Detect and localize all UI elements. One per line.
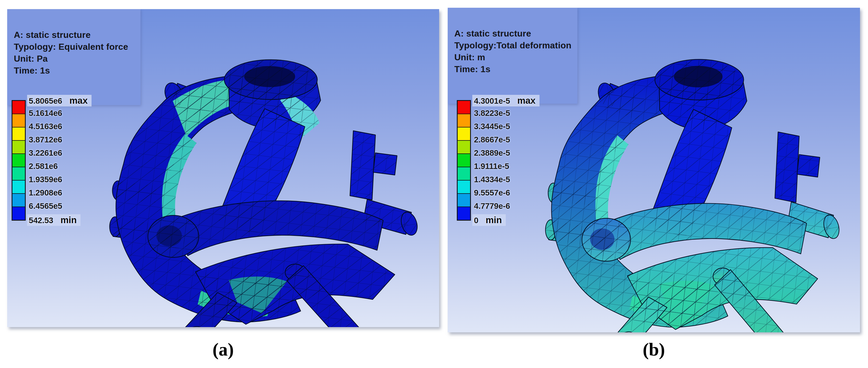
legend-color-bar xyxy=(11,100,26,221)
legend-max-label: max xyxy=(69,95,88,105)
legend-value: 6.4565e5 xyxy=(29,202,62,210)
legend-swatch xyxy=(458,154,470,167)
legend-value-row: 1.4334e-5 xyxy=(474,175,510,184)
legend-value-row: 2.3889e-5 xyxy=(474,149,510,158)
header-line-typology: Typology:Total deformation xyxy=(454,39,571,52)
legend-value-row: 3.8223e-5 xyxy=(474,109,510,118)
legend-value: 9.5557e-6 xyxy=(474,188,510,197)
header-line-unit: Unit: Pa xyxy=(14,53,128,65)
legend-value-row: 1.9111e-5 xyxy=(474,162,509,171)
header-line-time: Time: 1s xyxy=(14,65,128,76)
legend-value-row: 0min xyxy=(472,214,506,226)
model-shape xyxy=(373,153,397,175)
legend-swatch xyxy=(12,207,25,220)
legend-swatch xyxy=(12,141,25,154)
legend-value-row: 5.1614e6 xyxy=(29,109,62,118)
legend-value: 3.8712e6 xyxy=(29,135,62,144)
legend-value: 2.581e6 xyxy=(29,162,58,171)
legend-value-row: 6.4565e5 xyxy=(29,202,62,211)
legend-value-row: 4.5163e6 xyxy=(29,122,62,131)
legend-color-bar xyxy=(457,100,471,221)
legend-swatch xyxy=(458,114,470,127)
legend-value: 1.9111e-5 xyxy=(474,162,509,171)
legend-swatch xyxy=(458,141,470,154)
legend-value: 4.5163e6 xyxy=(29,122,62,131)
legend-value-row: 5.8065e6max xyxy=(27,95,92,106)
subfigure-caption-b: (b) xyxy=(448,339,860,360)
legend-value: 2.3889e-5 xyxy=(474,149,510,157)
legend-swatch xyxy=(458,207,470,220)
legend-value-row: 9.5557e-6 xyxy=(474,188,510,197)
legend-max-label: max xyxy=(517,95,536,105)
legend-value-row: 542.53min xyxy=(27,214,81,226)
model-shape xyxy=(775,132,799,203)
header-line-typology: Typology: Equivalent force xyxy=(14,41,128,53)
model-shape xyxy=(350,131,375,200)
legend-value: 1.9359e6 xyxy=(29,175,62,184)
legend-value: 1.4334e-5 xyxy=(474,175,510,184)
legend-value-row: 1.2908e6 xyxy=(29,188,62,197)
legend-value: 5.1614e6 xyxy=(29,109,62,118)
model-shape xyxy=(224,60,317,99)
legend-swatch xyxy=(12,114,25,127)
analysis-header: A: static structure Typology: Equivalent… xyxy=(14,29,128,76)
header-box: A: static structure Typology:Total defor… xyxy=(448,8,578,104)
legend-value: 0 xyxy=(474,216,478,225)
legend-swatch xyxy=(12,101,25,114)
header-line-system: A: static structure xyxy=(14,29,128,41)
model-shape xyxy=(655,59,744,100)
model-shape xyxy=(797,155,820,177)
fea-panel-a: A: static structure Typology: Equivalent… xyxy=(7,9,439,327)
legend-value: 4.7779e-6 xyxy=(474,202,510,210)
legend-value-row: 3.2261e6 xyxy=(29,149,62,158)
legend-swatch xyxy=(12,127,25,141)
legend-swatch xyxy=(12,154,25,167)
legend-swatch xyxy=(458,181,470,194)
legend-value: 1.2908e6 xyxy=(29,188,62,197)
legend-swatch xyxy=(458,101,470,114)
header-line-unit: Unit: m xyxy=(454,52,571,63)
legend-min-label: min xyxy=(486,215,502,225)
legend-value: 542.53 xyxy=(29,216,53,225)
fea-panel-b: A: static structure Typology:Total defor… xyxy=(448,8,860,332)
model-shape xyxy=(148,215,199,257)
legend-value-row: 2.8667e-5 xyxy=(474,135,510,144)
legend-value: 3.2261e6 xyxy=(29,149,62,157)
legend-value-row: 2.581e6 xyxy=(29,162,58,171)
legend-value-row: 4.7779e-6 xyxy=(474,202,510,211)
legend-swatch xyxy=(12,167,25,181)
legend-swatch xyxy=(458,167,470,181)
subfigure-caption-a: (a) xyxy=(0,339,446,360)
legend-value-row: 4.3001e-5max xyxy=(472,95,539,106)
legend-value-row: 3.3445e-5 xyxy=(474,122,510,131)
analysis-header: A: static structure Typology:Total defor… xyxy=(454,28,571,75)
legend-value: 5.8065e6 xyxy=(29,96,62,105)
legend-swatch xyxy=(12,194,25,207)
legend-value: 3.3445e-5 xyxy=(474,122,510,131)
legend-swatch xyxy=(12,181,25,194)
header-line-system: A: static structure xyxy=(454,28,571,39)
legend-swatch xyxy=(458,127,470,141)
legend-value-row: 3.8712e6 xyxy=(29,135,62,144)
header-box: A: static structure Typology: Equivalent… xyxy=(7,9,141,105)
header-line-time: Time: 1s xyxy=(454,63,571,75)
model-shape xyxy=(582,218,631,261)
legend-value-row: 1.9359e6 xyxy=(29,175,62,184)
legend-value: 2.8667e-5 xyxy=(474,135,510,144)
legend-min-label: min xyxy=(61,215,77,225)
legend-value: 4.3001e-5 xyxy=(474,96,510,105)
legend-value: 3.8223e-5 xyxy=(474,109,510,118)
figure-canvas: A: static structure Typology: Equivalent… xyxy=(0,0,868,368)
legend-swatch xyxy=(458,194,470,207)
